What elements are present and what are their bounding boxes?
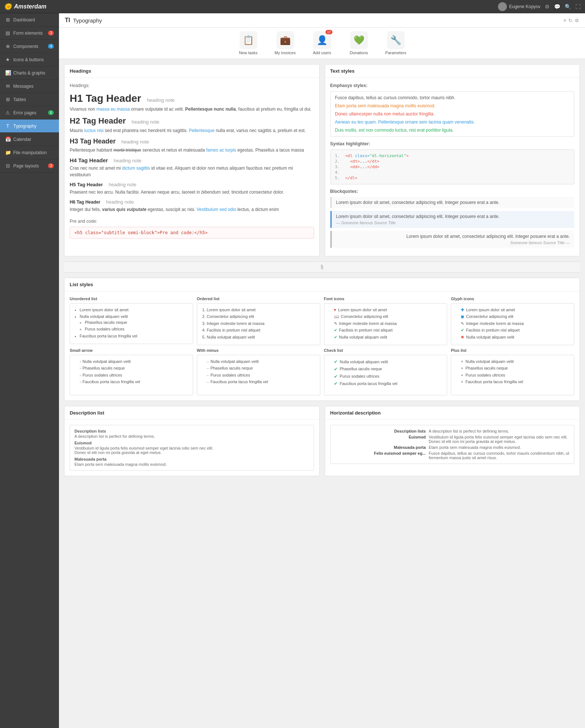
horiz-desc-label: Horizontal description [330,410,381,416]
list-item: ✎ Integer molestie lorem at massa [334,321,443,326]
horiz-desc-header: Horizontal description [325,406,580,420]
blockquote-1-text: Lorem ipsum dolor sit amet, consectetur … [336,200,570,205]
horiz-desc-panel: Horizontal description Description lists… [325,406,580,476]
sidebar: ⊞ Dashboard ▤ Form elements 3 ⊕ Componen… [0,13,59,728]
list-item: Faucibus porta lacus fringilla vel [80,333,189,339]
chat-icon[interactable]: 💬 [554,4,560,10]
sidebar-item-calendar[interactable]: 📅 Calendar [0,133,59,146]
sidebar-item-components[interactable]: ⊕ Components 4 [0,40,59,53]
h2-link[interactable]: luctus nisi [84,128,104,133]
list-styles-body: Unordered list Lorem ipsum dolor sit ame… [65,291,579,401]
user-name: Eugene Kopyov [509,4,540,9]
headings-sub-label: Headings: [70,83,314,88]
list-item: ✖ Nulla volutpat aliquam velit [461,334,570,340]
fullscreen-icon[interactable]: ⛶ [575,4,581,10]
horiz-dl: Description lists A description list is … [335,429,570,460]
list-item: Lorem ipsum dolor sit amet [80,307,189,313]
ordered-title: Ordered list [197,297,320,301]
quick-action-new-tasks[interactable]: 📋 New tasks [234,31,263,55]
parameters-label: Parameters [385,51,406,55]
h6-link[interactable]: Vestibulum sed odio [196,207,236,212]
sidebar-item-typography[interactable]: T Typography [0,119,59,133]
em-line-1: Fusce dapibus, tellus ac cursus commodo,… [335,95,570,100]
list-item: 📖 Consectetur adipiscing elit [334,314,443,319]
list-item: ✔ Facilisis in pretium nisl aliquet [461,327,570,333]
plus-list-box: Nulla volutpat aliquam velit Phasellus i… [451,355,574,395]
section-divider: § [64,261,580,273]
blockquote-1: Lorem ipsum dolor sit amet, consectetur … [330,197,575,208]
h4-note: heading note [114,158,142,163]
h5-tag: H5 Tag Header [70,182,103,187]
glyph-icons-box: ✚ Lorem ipsum dolor sit amet ◼ Consectet… [451,303,574,345]
check-list-box: ✔ Nulla volutpat aliquam velit ✔ Phasell… [324,355,448,395]
glyph-icons-title: Glyph icons [451,297,574,301]
syntax-box: 1.<dl class="dl-horizontal"> 2. <dt>...<… [330,149,575,184]
app-name: Amsterdam [14,3,46,10]
quick-action-donations[interactable]: 💚 Donations [344,31,374,55]
new-tasks-icon-wrap: 📋 [240,31,257,49]
plus-list-section: Plus list Nulla volutpat aliquam velit P… [451,348,574,395]
list-item: Phasellus iaculis neque [80,365,189,371]
check2-icon: ✔ [461,327,464,333]
settings-icon[interactable]: ⚙ [545,4,550,10]
code-block: <h5 class="subtitle semi-block">Pre and … [70,227,314,239]
horiz-dl-box: Description lists A description list is … [330,425,575,464]
syn-line-3: 3. <dd>...</dd> [335,164,570,169]
app-logo[interactable]: 🌞 Amsterdam [4,3,46,10]
search-icon[interactable]: 🔍 [565,4,571,10]
list-item: Consectetur adipiscing elit [207,314,316,319]
emphasis-label: Emphasys styles: [330,83,575,88]
sidebar-item-dashboard[interactable]: ⊞ Dashboard [0,13,59,27]
sun-icon: 🌞 [4,3,12,10]
content-area: Headings Headings: H1 Tag Header heading… [59,59,585,481]
check-icon: ✔ [334,334,337,340]
em-line-2: Etam porta sem malesuada magna mollis eu… [335,103,570,108]
h4-link[interactable]: dictum sagittis [122,166,150,171]
refresh-icon[interactable]: ↻ [568,18,572,23]
sidebar-item-icons-buttons[interactable]: ★ Icons & buttons [0,53,59,66]
quick-action-my-invoices[interactable]: 💼 My invoices [271,31,300,55]
with-minus-section: With minus Nulla volutpat aliquam velit … [197,348,320,395]
settings2-icon[interactable]: ⚙ [575,18,579,23]
h2-text: Mauris luctus nisi sed erat pharetra nec… [70,127,314,134]
sidebar-item-label: File manipulation [13,150,47,155]
list-icon[interactable]: ≡ [563,18,566,23]
h5-text: Praesent nec leo arcu. Nulla facilisi. A… [70,189,314,195]
text-styles-label: Text styles [330,68,355,74]
checkmark-icon: ✔ [334,381,338,387]
precode-label: Pre and code: [70,219,314,224]
sidebar-item-charts-graphs[interactable]: 📊 Charts & graphs [0,66,59,80]
user-info: Eugene Kopyov [498,2,540,11]
list-item: ◼ Consectetur adipiscing elit [461,314,570,319]
sidebar-item-label: Tables [13,97,26,102]
sidebar-item-messages[interactable]: ✉ Messages [0,80,59,93]
sidebar-item-label: Charts & graphs [13,70,45,76]
sidebar-item-error-pages[interactable]: ⚠ Error pages 6 [0,106,59,119]
em-line-3: Donec ullamcorper nulla non metus auctor… [335,111,570,117]
my-invoices-icon: 💼 [280,35,291,45]
quick-action-parameters[interactable]: 🔧 Parameters [381,31,411,55]
horiz-dt: Euismod [335,435,429,444]
h2-link2[interactable]: Pellentesque [189,128,214,133]
horiz-dd: Vestibulum id ligula porta felis euismod… [429,435,570,444]
blockquote-2-cite: — Someone famous Source Title [336,221,570,225]
list-styles-panel: List styles Unordered list Lorem ipsum d… [64,278,580,401]
sidebar-item-file-manipulation[interactable]: 📁 File manipulation [0,146,59,159]
dt-item: Malesuada porta [74,457,309,461]
parameters-icon: 🔧 [390,35,401,45]
h1-link1[interactable]: massa eu massa [97,107,130,112]
new-tasks-icon: 📋 [243,35,254,45]
sidebar-item-page-layouts[interactable]: ⊟ Page layouts 3 [0,159,59,173]
typography-icon: T [5,123,10,129]
avatar [498,2,507,11]
quick-action-add-users[interactable]: 👤 17 Add users [307,31,337,55]
h3-link[interactable]: fames ac turpis [206,148,236,153]
page-title-icon: TI [65,17,70,24]
headings-panel-header: Headings [65,65,319,78]
em-line-4: Aenean eu leo quam. Pellentesque ornare … [335,119,570,125]
sidebar-item-form-elements[interactable]: ▤ Form elements 3 [0,27,59,40]
check-list-section: Check list ✔ Nulla volutpat aliquam veli… [324,348,448,395]
sidebar-item-tables[interactable]: ⊞ Tables [0,93,59,106]
list-item: Phasellus iaculis neque [207,365,316,371]
check-list-title: Check list [324,348,448,353]
